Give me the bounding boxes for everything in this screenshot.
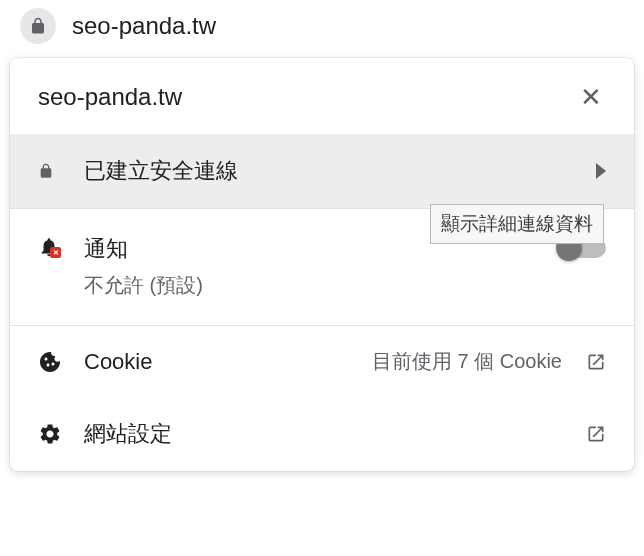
blocked-badge-icon [50, 247, 61, 258]
external-link-icon [586, 352, 606, 372]
chevron-right-icon [596, 163, 606, 179]
site-info-popup: seo-panda.tw ✕ 已建立安全連線 顯示詳細連線資料 通知 不允許 (… [10, 58, 634, 471]
close-icon[interactable]: ✕ [576, 80, 606, 114]
address-bar: seo-panda.tw [0, 0, 644, 52]
notifications-status: 不允許 (預設) [84, 272, 558, 299]
lock-icon [38, 162, 54, 180]
url-text[interactable]: seo-panda.tw [72, 12, 216, 40]
gear-icon-wrap [38, 422, 84, 446]
site-settings-row[interactable]: 網站設定 [10, 397, 634, 471]
cookie-label: Cookie [84, 349, 372, 375]
cookie-icon-wrap [38, 350, 84, 374]
connection-icon-wrap [38, 162, 84, 180]
popup-header: seo-panda.tw ✕ [10, 58, 634, 134]
lock-icon [29, 16, 47, 36]
site-settings-label: 網站設定 [84, 419, 586, 449]
bell-icon-wrap [38, 234, 84, 258]
connection-row[interactable]: 已建立安全連線 顯示詳細連線資料 [10, 134, 634, 208]
popup-title: seo-panda.tw [38, 83, 182, 111]
connection-label: 已建立安全連線 [84, 156, 596, 186]
connection-tooltip: 顯示詳細連線資料 [430, 204, 604, 244]
cookie-detail: 目前使用 7 個 Cookie [372, 348, 562, 375]
address-lock-button[interactable] [20, 8, 56, 44]
cookie-icon [38, 350, 62, 374]
cookie-row[interactable]: Cookie 目前使用 7 個 Cookie [10, 326, 634, 397]
gear-icon [38, 422, 62, 446]
external-link-icon [586, 424, 606, 444]
